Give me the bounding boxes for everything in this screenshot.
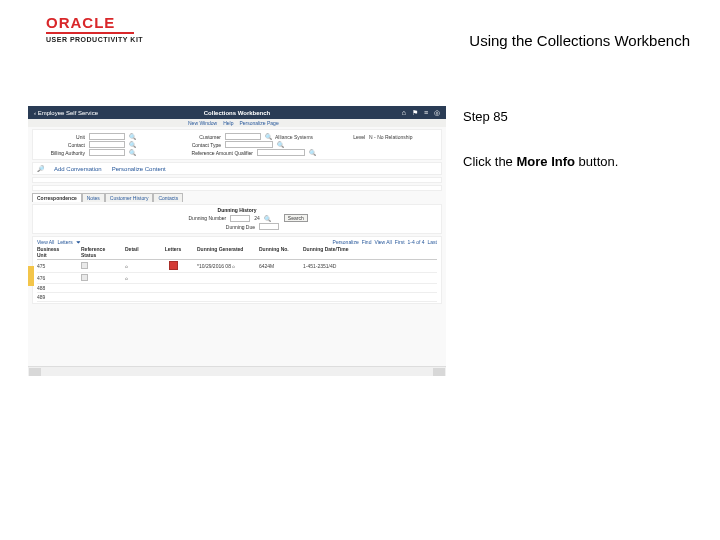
dunning-number-value: 24 [254, 215, 260, 221]
billing-authority-lookup-icon[interactable]: 🔍 [129, 149, 135, 156]
table-row: 489 [37, 293, 437, 302]
more-info-button[interactable] [169, 261, 178, 270]
cell-bu: 476 [37, 275, 67, 281]
contact-input[interactable] [89, 141, 125, 148]
doc-title: Using the Collections Workbench [469, 32, 690, 49]
contact-label: Contact [37, 142, 85, 148]
chevron-down-icon[interactable]: ⏷ [76, 239, 81, 245]
horizontal-scrollbar[interactable] [28, 366, 446, 376]
add-conversation-link[interactable]: Add Conversation [54, 166, 102, 172]
contact-lookup-icon[interactable]: 🔍 [129, 141, 135, 148]
cell-letters [163, 261, 183, 271]
scroll-right-button[interactable] [433, 368, 445, 376]
col-letters: Letters [163, 246, 183, 258]
customer-input[interactable] [225, 133, 261, 140]
tab-correspondence[interactable]: Correspondence [32, 193, 82, 202]
ref-amount-label: Reference Amount Qualifier [173, 150, 253, 156]
table-row: 476 ⌕ [37, 273, 437, 284]
dunning-due-input[interactable] [259, 223, 279, 230]
page-title: Collections Workbench [204, 110, 271, 116]
customer-lookup-icon[interactable]: 🔍 [265, 133, 271, 140]
filter-section: Unit 🔍 Customer 🔍 Alliance Systems Level… [32, 129, 442, 160]
document-icon[interactable] [81, 274, 88, 281]
menu-icon[interactable]: ≡ [424, 109, 428, 116]
grid-toolbar: View All Letters ⏷ Personalize Find View… [37, 239, 437, 245]
dunning-number-lookup-icon[interactable]: 🔍 [264, 215, 270, 222]
customer-label: Customer [173, 134, 221, 140]
spacer-row [32, 177, 442, 183]
cell-datetime: 1-451-2351/4D [303, 263, 363, 269]
dunning-section: Dunning History Dunning Number 24 🔍 Sear… [32, 204, 442, 234]
detail-tabs: Correspondence Notes Customer History Co… [32, 193, 442, 202]
ref-amount-lookup-icon[interactable]: 🔍 [309, 149, 315, 156]
oracle-wordmark: ORACLE [46, 14, 143, 31]
document-icon[interactable] [81, 262, 88, 269]
dunning-number-label: Dunning Number [166, 215, 226, 221]
col-business-unit: Business Unit [37, 246, 67, 258]
instruction-prefix: Click the [463, 154, 516, 169]
unit-input[interactable] [89, 133, 125, 140]
home-icon[interactable]: ⌂ [402, 109, 406, 116]
col-dunning-generated: Dunning Generated [197, 246, 245, 258]
new-window-link[interactable]: New Window [188, 120, 217, 126]
unit-label: Unit [37, 134, 85, 140]
col-detail: Detail [125, 246, 149, 258]
grid-first-link[interactable]: First [395, 239, 405, 245]
dunning-number-input[interactable] [230, 215, 250, 222]
scroll-left-button[interactable] [29, 368, 41, 376]
billing-authority-input[interactable] [89, 149, 125, 156]
oracle-logo: ORACLE USER PRODUCTIVITY KIT [46, 14, 143, 43]
cell-detail[interactable]: ⌕ [125, 275, 149, 281]
contact-type-label: Contact Type [173, 142, 221, 148]
topbar-icons: ⌂ ⚑ ≡ ◎ [402, 109, 440, 116]
ref-amount-input[interactable] [257, 149, 305, 156]
cell-bu: 475 [37, 263, 67, 269]
cell-generated: *10/29/2016 08 ⌕ [197, 263, 245, 269]
yellow-side-tab[interactable] [28, 266, 34, 286]
help-icon[interactable]: ◎ [434, 109, 440, 116]
step-panel: Step 85 Click the More Info button. [463, 109, 683, 169]
col-dunning-no: Dunning No. [259, 246, 289, 258]
grid-last-link[interactable]: Last [428, 239, 437, 245]
level-label: Level [341, 134, 365, 140]
help-link[interactable]: Help [223, 120, 233, 126]
tab-notes[interactable]: Notes [82, 193, 105, 202]
grid-find-link[interactable]: Find [362, 239, 372, 245]
grid-personalize-link[interactable]: Personalize [333, 239, 359, 245]
tab-contacts[interactable]: Contacts [153, 193, 183, 202]
doc-header: ORACLE USER PRODUCTIVITY KIT Using the C… [0, 14, 720, 54]
col-dunning-datetime: Dunning Date/Time [303, 246, 363, 258]
step-number: Step 85 [463, 109, 683, 124]
cell-refstatus [81, 262, 111, 270]
contact-type-lookup-icon[interactable]: 🔍 [277, 141, 283, 148]
spacer-row [32, 185, 442, 191]
app-screenshot: ‹ Employee Self Service Collections Work… [28, 106, 446, 376]
search-icon[interactable]: 🔎 [37, 165, 44, 172]
instruction-suffix: button. [575, 154, 618, 169]
col-reference-status: Reference Status [81, 246, 111, 258]
cell-detail[interactable]: ⌕ [125, 263, 149, 269]
app-topbar: ‹ Employee Self Service Collections Work… [28, 106, 446, 119]
oracle-underline [46, 32, 134, 34]
grid-header: Business Unit Reference Status Detail Le… [37, 246, 437, 260]
cell-refstatus [81, 274, 111, 282]
back-link[interactable]: ‹ Employee Self Service [34, 110, 98, 116]
grid-viewall-link[interactable]: View All [374, 239, 391, 245]
unit-lookup-icon[interactable]: 🔍 [129, 133, 135, 140]
tab-customer-history[interactable]: Customer History [105, 193, 154, 202]
upk-label: USER PRODUCTIVITY KIT [46, 36, 143, 43]
cell-dunningno: 6424M [259, 263, 289, 269]
personalize-content-link[interactable]: Personalize Content [112, 166, 166, 172]
contact-type-input[interactable] [225, 141, 273, 148]
flag-icon[interactable]: ⚑ [412, 109, 418, 116]
personalize-page-link[interactable]: Personalize Page [239, 120, 278, 126]
level-value: N - No Relationship [369, 134, 412, 140]
dunning-heading: Dunning History [218, 207, 257, 213]
grid-range: 1-4 of 4 [408, 239, 425, 245]
cell-bu: 488 [37, 285, 67, 291]
step-instruction: Click the More Info button. [463, 154, 683, 169]
grid-left-item[interactable]: Letters [57, 239, 72, 245]
table-row: 475 ⌕ *10/29/2016 08 ⌕ 6424M 1-451-2351/… [37, 260, 437, 273]
dunning-search-button[interactable]: Search [284, 214, 308, 222]
grid-left-item[interactable]: View All [37, 239, 54, 245]
